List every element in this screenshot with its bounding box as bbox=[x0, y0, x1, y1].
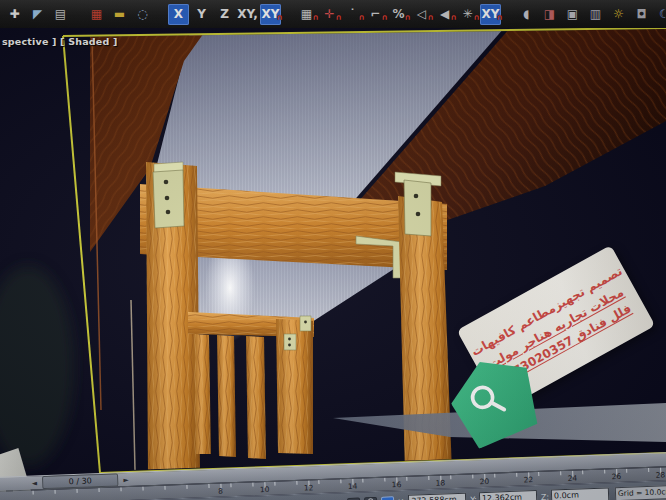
ruler-label: 12 bbox=[304, 483, 314, 492]
ruler-tick bbox=[560, 471, 561, 475]
toolbar-group-select: ✚◤▤ bbox=[3, 4, 72, 25]
ruler-tick bbox=[318, 480, 319, 484]
ruler-tick bbox=[120, 487, 121, 491]
ruler-label: 24 bbox=[567, 474, 577, 483]
ruler-label: 10 bbox=[260, 485, 270, 494]
toolbar-group-snaps: ▦∩✛∩˙∩⌐∩%∩◁∩◀∩✳∩XY∩ bbox=[295, 4, 502, 25]
main-toolbar: ✚◤▤▦▬◌XYZXY,XY∩▦∩✛∩˙∩⌐∩%∩◁∩◀∩✳∩XY∩◖◨▣▥☼◘… bbox=[0, 0, 666, 28]
keyboard-override-icon[interactable]: ✳∩ bbox=[457, 4, 478, 25]
ruler-tick bbox=[55, 490, 56, 494]
render-setup-icon[interactable]: ▣ bbox=[562, 4, 583, 25]
ruler-label: 20 bbox=[480, 477, 490, 486]
angle-snap-icon[interactable]: ⌐∩ bbox=[365, 4, 386, 25]
snap-arrow-icon[interactable]: ◀∩ bbox=[434, 4, 455, 25]
snap-grid-icon-glyph: ▦ bbox=[301, 4, 312, 25]
ruler-tick bbox=[98, 488, 99, 492]
keyboard-override-icon-glyph: ✳ bbox=[462, 4, 472, 25]
ruler-tick bbox=[428, 476, 429, 480]
ruler-tick bbox=[516, 473, 517, 477]
constraint-z-button-glyph: Z bbox=[220, 4, 229, 25]
select-by-name-icon[interactable]: ▤ bbox=[50, 4, 71, 25]
absolute-mode-button[interactable] bbox=[381, 496, 394, 500]
constraint-y-button-glyph: Y bbox=[197, 4, 206, 25]
environment-icon-glyph: ☾ bbox=[659, 4, 666, 25]
next-frame-button[interactable]: ► bbox=[120, 475, 132, 483]
viewport-label[interactable]: spective ] [ Shaded ] bbox=[2, 36, 117, 47]
ruler-label: 28 bbox=[655, 470, 665, 479]
light-icon-glyph: ☼ bbox=[613, 4, 624, 25]
ruler-tick bbox=[450, 475, 451, 479]
x-field[interactable]: 372.588cm bbox=[408, 493, 466, 500]
render-setup-icon-glyph: ▣ bbox=[567, 4, 578, 25]
ruler-label: 14 bbox=[348, 482, 358, 491]
ruler-tick bbox=[296, 481, 297, 485]
select-and-move-icon[interactable]: ✚ bbox=[4, 4, 25, 25]
teapot-render-icon-glyph: ◖ bbox=[523, 4, 529, 25]
selection-lock-icon[interactable] bbox=[364, 496, 377, 500]
constraint-xy-snap-button[interactable]: XY∩ bbox=[260, 4, 281, 25]
teapot-render-icon[interactable]: ◖ bbox=[516, 4, 537, 25]
magnet-glyph: ∩ bbox=[277, 7, 284, 28]
material-editor-icon[interactable]: ◨ bbox=[539, 4, 560, 25]
ruler-tick bbox=[406, 477, 407, 481]
select-by-name-icon-glyph: ▤ bbox=[55, 4, 66, 25]
ruler-tick bbox=[494, 474, 495, 478]
constraint-xy-button[interactable]: XY, bbox=[237, 4, 258, 25]
previous-frame-button[interactable]: ◄ bbox=[28, 479, 40, 487]
ruler-tick bbox=[186, 485, 187, 489]
select-object-icon[interactable]: ◤ bbox=[27, 4, 48, 25]
constraint-z-button[interactable]: Z bbox=[214, 4, 235, 25]
ruler-tick bbox=[648, 468, 649, 472]
snap-arrow-icon-glyph: ◀ bbox=[440, 4, 449, 25]
z-field[interactable]: 0.0cm bbox=[551, 487, 609, 500]
percent-snap-icon[interactable]: %∩ bbox=[388, 4, 409, 25]
ruler-tick bbox=[76, 489, 77, 493]
snap-3d-icon[interactable]: ✛∩ bbox=[319, 4, 340, 25]
snap-3d-icon-glyph: ✛ bbox=[324, 4, 334, 25]
snap-point-icon[interactable]: ˙∩ bbox=[342, 4, 363, 25]
axis-snap-toggle-button[interactable]: XY∩ bbox=[480, 4, 501, 25]
snap-grid-icon[interactable]: ▦∩ bbox=[296, 4, 317, 25]
rendered-frame-icon[interactable]: ▥ bbox=[585, 4, 606, 25]
light-icon[interactable]: ☼ bbox=[608, 4, 629, 25]
coordinate-z: Z: 0.0cm bbox=[541, 487, 610, 500]
ruler-label: 22 bbox=[524, 475, 534, 484]
ruler-tick bbox=[472, 474, 473, 478]
ruler-tick bbox=[538, 472, 539, 476]
screen-photo: ✚◤▤▦▬◌XYZXY,XY∩▦∩✛∩˙∩⌐∩%∩◁∩◀∩✳∩XY∩◖◨▣▥☼◘… bbox=[0, 0, 666, 500]
ruler-label: 16 bbox=[392, 480, 402, 489]
constraint-xy-button-glyph: XY, bbox=[237, 4, 258, 25]
ruler-tick bbox=[252, 482, 253, 486]
camera-icon-glyph: ◘ bbox=[636, 4, 646, 25]
rendered-frame-icon-glyph: ▥ bbox=[590, 4, 601, 25]
magnet-glyph: ∩ bbox=[497, 7, 504, 28]
snap-point-icon-glyph: ˙ bbox=[350, 4, 356, 25]
camera-icon[interactable]: ◘ bbox=[631, 4, 652, 25]
constraint-x-button-glyph: X bbox=[174, 4, 183, 25]
ruler-tick bbox=[626, 469, 627, 473]
ruler-label: 8 bbox=[218, 487, 223, 496]
perspective-viewport[interactable] bbox=[0, 26, 666, 500]
ruler-tick bbox=[230, 483, 231, 487]
coordinate-x: X: 372.588cm bbox=[398, 493, 467, 500]
constraint-x-button[interactable]: X bbox=[168, 4, 189, 25]
ruler-tick bbox=[604, 470, 605, 474]
constraint-y-button[interactable]: Y bbox=[191, 4, 212, 25]
percent-snap-icon-glyph: % bbox=[392, 4, 404, 25]
environment-icon[interactable]: ☾ bbox=[654, 4, 666, 25]
ruler-tick bbox=[208, 484, 209, 488]
toolbar-group-render: ◖◨▣▥☼◘☾◉ bbox=[515, 4, 666, 25]
selection-region-icon[interactable]: ◌ bbox=[132, 4, 153, 25]
select-and-move-icon-glyph: ✚ bbox=[9, 4, 19, 25]
ruler-tick bbox=[384, 478, 385, 482]
ruler-tick bbox=[142, 486, 143, 490]
ruler-tick bbox=[164, 486, 165, 490]
coordinate-y: Y: 12.362cm bbox=[470, 490, 537, 500]
schematic-view-icon[interactable]: ▦ bbox=[86, 4, 107, 25]
snap-cursor-icon[interactable]: ◁∩ bbox=[411, 4, 432, 25]
measure-ruler-icon[interactable]: ▬ bbox=[109, 4, 130, 25]
ruler-tick bbox=[274, 482, 275, 486]
ruler-label: 18 bbox=[436, 478, 446, 487]
y-field[interactable]: 12.362cm bbox=[479, 490, 537, 500]
grid-size-readout: Grid = 10.0cm bbox=[615, 485, 666, 500]
